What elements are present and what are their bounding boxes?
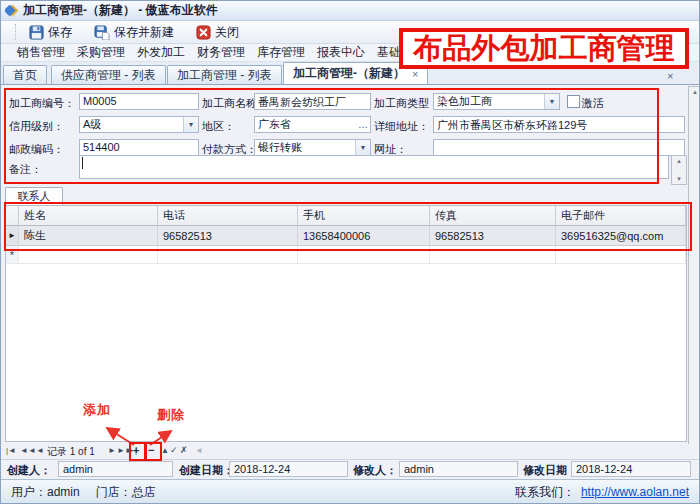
- postcode-label: 邮政编码：: [9, 142, 64, 157]
- nav-first-button[interactable]: |◄: [6, 446, 16, 455]
- cell-mobile[interactable]: 13658400006: [298, 226, 430, 246]
- remark-textarea[interactable]: [79, 155, 669, 179]
- text-caret: [82, 157, 83, 169]
- status-bar: 用户：admin 门店：总店 联系我们： http://www.aolan.ne…: [1, 479, 699, 504]
- modifier-field: admin: [399, 461, 518, 477]
- tab-contacts[interactable]: 联系人: [5, 187, 63, 205]
- region-label: 地区：: [202, 119, 235, 134]
- nav-prev-button[interactable]: ◄: [36, 446, 44, 455]
- contact-us-label: 联系我们：: [515, 484, 575, 501]
- name-input[interactable]: 番禺新会纺织工厂: [254, 93, 371, 110]
- menu-purchase[interactable]: 采购管理: [71, 44, 131, 61]
- region-input[interactable]: 广东省 …: [254, 116, 371, 133]
- save-button[interactable]: 保存: [29, 24, 72, 41]
- scroll-up-icon[interactable]: ▲: [692, 89, 698, 95]
- chevron-down-icon[interactable]: ▼: [183, 117, 198, 132]
- chevron-down-icon[interactable]: ▼: [544, 94, 559, 109]
- new-row-icon: *: [6, 246, 19, 264]
- delete-button-highlight-rect: [144, 442, 162, 461]
- app-icon: [5, 4, 18, 17]
- cell-name[interactable]: 陈生: [19, 226, 158, 246]
- grid-indicator-header: [6, 206, 19, 226]
- close-label: 关闭: [215, 24, 239, 41]
- menu-reports[interactable]: 报表中心: [311, 44, 371, 61]
- status-store: 门店：总店: [96, 484, 156, 501]
- scroll-down-icon[interactable]: ▼: [676, 176, 682, 182]
- menu-outsourcing[interactable]: 外发加工: [131, 44, 191, 61]
- credit-label: 信用级别：: [9, 119, 64, 134]
- code-label: 加工商编号：: [9, 96, 75, 111]
- close-button[interactable]: 关闭: [196, 24, 239, 41]
- grid-new-row[interactable]: *: [6, 246, 686, 264]
- menu-inventory[interactable]: 库存管理: [251, 44, 311, 61]
- creator-label: 创建人：: [7, 463, 51, 478]
- current-row-icon: ►: [6, 226, 19, 246]
- col-header-name[interactable]: 姓名: [19, 206, 158, 226]
- menu-sales[interactable]: 销售管理: [11, 44, 71, 61]
- tabstrip-close-icon[interactable]: ×: [667, 70, 673, 82]
- vertical-scrollbar[interactable]: ▲ ▼: [688, 86, 700, 465]
- chevron-down-icon[interactable]: ▼: [355, 140, 370, 155]
- save-and-new-label: 保存并新建: [114, 24, 174, 41]
- close-icon: [196, 25, 211, 40]
- website-link[interactable]: http://www.aolan.net: [581, 485, 689, 499]
- type-dropdown[interactable]: 染色加工商 ▼: [433, 93, 560, 110]
- remark-label: 备注：: [9, 162, 42, 177]
- toolbar-gripper: [15, 24, 19, 40]
- cell-phone[interactable]: 96582513: [158, 226, 298, 246]
- creator-field: admin: [58, 461, 173, 477]
- title-bar: 加工商管理-（新建） - 傲蓝布业软件: [1, 1, 699, 21]
- menu-finance[interactable]: 财务管理: [191, 44, 251, 61]
- tab-home[interactable]: 首页: [3, 65, 47, 84]
- col-header-email[interactable]: 电子邮件: [556, 206, 686, 226]
- window-title: 加工商管理-（新建） - 傲蓝布业软件: [23, 2, 218, 19]
- cell-email[interactable]: 369516325@qq.com: [556, 226, 686, 246]
- table-row[interactable]: ► 陈生 96582513 13658400006 96582513 36951…: [6, 226, 686, 246]
- remark-scrollbar[interactable]: ▲ ▼: [671, 155, 687, 185]
- promo-banner: 布品外包加工商管理: [399, 28, 689, 69]
- nav-prev-page-button[interactable]: ◄◄: [20, 446, 36, 455]
- save-label: 保存: [48, 24, 72, 41]
- col-header-fax[interactable]: 传真: [430, 206, 556, 226]
- scroll-up-icon[interactable]: ▲: [676, 158, 682, 164]
- created-date-field: 2018-12-24: [229, 461, 348, 477]
- type-label: 加工商类型：: [374, 96, 440, 111]
- address-input[interactable]: 广州市番禺区市桥东环路129号: [433, 116, 685, 133]
- website-input[interactable]: [433, 139, 685, 156]
- tab-supplier-list[interactable]: 供应商管理 - 列表: [51, 65, 166, 84]
- tab-close-icon[interactable]: ×: [412, 68, 418, 80]
- promo-banner-text: 布品外包加工商管理: [414, 29, 675, 69]
- floppy-icon: [29, 25, 44, 40]
- cell-fax[interactable]: 96582513: [430, 226, 556, 246]
- code-input[interactable]: M0005: [79, 93, 199, 110]
- active-checkbox[interactable]: [567, 95, 580, 108]
- modified-date-label: 修改日期：: [523, 463, 578, 478]
- modified-date-field: 2018-12-24: [571, 461, 691, 477]
- floppy-new-icon: [94, 25, 110, 40]
- active-checkbox-label: 激活: [582, 96, 604, 111]
- grid-header-row: 姓名 电话 手机 传真 电子邮件: [6, 206, 686, 226]
- credit-dropdown[interactable]: A级 ▼: [79, 116, 199, 133]
- address-label: 详细地址：: [374, 119, 429, 134]
- save-and-new-button[interactable]: 保存并新建: [94, 24, 174, 41]
- ellipsis-icon[interactable]: …: [356, 117, 370, 132]
- postcode-input[interactable]: 514400: [79, 139, 199, 156]
- col-header-mobile[interactable]: 手机: [298, 206, 430, 226]
- col-header-phone[interactable]: 电话: [158, 206, 298, 226]
- tab-processor-list[interactable]: 加工商管理 - 列表: [167, 65, 282, 84]
- status-user: 用户：admin: [11, 484, 80, 501]
- created-date-label: 创建日期：: [179, 463, 234, 478]
- payment-dropdown[interactable]: 银行转账 ▼: [254, 139, 371, 156]
- modifier-label: 修改人：: [353, 463, 397, 478]
